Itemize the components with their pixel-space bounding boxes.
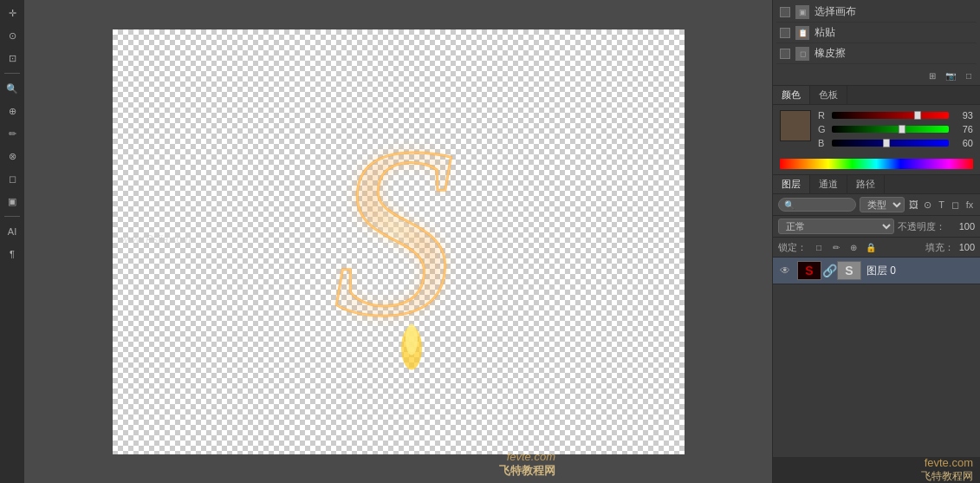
tab-color[interactable]: 颜色 [773, 86, 810, 104]
layers-toolbar: 🔍 类型 🖼 ⊙ T ◻ fx [773, 194, 980, 216]
divider-2 [4, 216, 20, 217]
slider-row-g: G 76 [818, 124, 973, 134]
lock-icon-move[interactable]: ⊕ [847, 240, 860, 254]
layer-icon-fx[interactable]: fx [964, 197, 975, 212]
site-watermark-2: 飞特教程网 [921, 469, 973, 483]
bottom-bar: fevte.com 飞特教程网 [773, 457, 980, 483]
s-artwork: S S S [260, 70, 537, 400]
layer-icon-shape[interactable]: ◻ [951, 197, 961, 212]
b-slider[interactable] [832, 140, 949, 147]
actions-list: ▣ 选择画布 📋 粘贴 ◻ 橡皮擦 [773, 0, 980, 66]
color-sliders: R 93 G 76 B [818, 110, 973, 152]
action-label-3: 橡皮擦 [815, 46, 846, 61]
g-slider[interactable] [832, 126, 949, 133]
lock-icon-paint[interactable]: ✏ [829, 240, 843, 254]
layers-tabs: 图层 通道 路径 [773, 175, 980, 194]
action-icon-3: ◻ [795, 47, 809, 61]
fill-label: 填充： [925, 241, 954, 254]
site-watermark-1: fevte.com [921, 456, 973, 469]
action-checkbox-2[interactable] [780, 28, 790, 38]
tab-swatches[interactable]: 色板 [810, 86, 847, 104]
tool-move[interactable]: ✛ [3, 3, 22, 23]
tool-eyedropper[interactable]: 🔍 [3, 79, 22, 98]
color-panel-tabs: 颜色 色板 [773, 86, 980, 105]
lock-icon-all[interactable]: 🔒 [864, 240, 878, 254]
action-label-1: 选择画布 [815, 4, 856, 19]
tool-brush[interactable]: ✏ [3, 124, 22, 143]
rt-icon-square[interactable]: □ [961, 68, 977, 83]
canvas-content: S S S [113, 29, 685, 454]
layer-icon-img[interactable]: 🖼 [908, 197, 918, 212]
tab-layers[interactable]: 图层 [773, 175, 810, 193]
opacity-value: 100 [949, 221, 975, 232]
lock-icons: □ ✏ ⊕ 🔒 [812, 240, 878, 254]
color-panel: 颜色 色板 R 93 G 76 [773, 86, 980, 175]
layer-icon-circle[interactable]: ⊙ [922, 197, 932, 212]
bottom-watermark-name: 飞特教程网 [499, 463, 555, 479]
r-slider[interactable] [832, 112, 949, 119]
color-swatch[interactable] [780, 110, 811, 141]
b-label: B [818, 138, 828, 148]
canvas-area[interactable]: S S S www.Psjia.com fevte.com 飞特教程网 [24, 0, 772, 483]
tool-clone[interactable]: ⊗ [3, 147, 22, 166]
lock-icon-transparent[interactable]: □ [812, 240, 826, 254]
g-label: G [818, 124, 828, 134]
svg-point-4 [406, 323, 418, 355]
r-value: 93 [952, 110, 973, 121]
layer-thumb-group: S 🔗 S [797, 261, 861, 280]
layer-item-0[interactable]: 👁 S 🔗 S 图层 0 [773, 258, 980, 284]
color-spectrum[interactable] [780, 159, 973, 169]
right-panel: ▣ 选择画布 📋 粘贴 ◻ 橡皮擦 ⊞ 📷 □ 颜色 色板 [772, 0, 980, 483]
layer-visibility-eye[interactable]: 👁 [778, 264, 792, 277]
layer-search-box[interactable]: 🔍 [778, 198, 856, 212]
b-value: 60 [952, 138, 973, 148]
tool-heal[interactable]: ⊕ [3, 101, 22, 121]
search-icon: 🔍 [784, 200, 795, 210]
divider-1 [4, 73, 20, 74]
rt-icon-grid[interactable]: ⊞ [925, 68, 940, 83]
action-icon-2: 📋 [795, 26, 809, 40]
rt-icon-camera[interactable]: 📷 [943, 68, 958, 83]
layer-thumb-red: S [797, 261, 821, 280]
tab-paths[interactable]: 路径 [847, 175, 885, 193]
action-paste[interactable]: 📋 粘贴 [776, 23, 977, 43]
tool-para[interactable]: ¶ [3, 245, 22, 264]
blend-mode-select[interactable]: 正常 [778, 219, 894, 234]
tool-eraser[interactable]: ◻ [3, 169, 22, 188]
slider-row-b: B 60 [818, 138, 973, 148]
action-checkbox-3[interactable] [780, 49, 790, 59]
right-toolbar-row: ⊞ 📷 □ [773, 66, 980, 86]
slider-row-r: R 93 [818, 110, 973, 121]
action-eraser[interactable]: ◻ 橡皮擦 [776, 43, 977, 64]
g-value: 76 [952, 124, 973, 134]
color-swatch-area: R 93 G 76 B [773, 105, 980, 157]
layer-thumb-chain: 🔗 [823, 261, 835, 280]
fill-value: 100 [959, 242, 975, 252]
layer-search-input[interactable] [798, 199, 850, 210]
action-select-canvas[interactable]: ▣ 选择画布 [776, 2, 977, 23]
tool-lasso[interactable]: ⊙ [3, 26, 22, 45]
bottom-watermark-site: fevte.com [499, 450, 555, 463]
tool-slice[interactable]: ⊡ [3, 49, 22, 68]
opacity-label: 不透明度： [898, 220, 945, 233]
r-label: R [818, 110, 828, 121]
left-toolbar: ✛ ⊙ ⊡ 🔍 ⊕ ✏ ⊗ ◻ ▣ AI ¶ [0, 0, 24, 483]
layers-panel: 图层 通道 路径 🔍 类型 🖼 ⊙ T ◻ fx 正常 不透明度： 100 [773, 175, 980, 457]
layer-icon-t[interactable]: T [936, 197, 946, 212]
main-area: S S S www.Psjia.com fevte.com 飞特教程网 [24, 0, 772, 483]
canvas-watermark: www.Psjia.com [121, 233, 191, 245]
tool-ai[interactable]: AI [3, 222, 22, 241]
tab-channels[interactable]: 通道 [810, 175, 847, 193]
layer-name-0: 图层 0 [866, 264, 975, 278]
layer-thumb-gray: S [837, 261, 861, 280]
layer-type-select[interactable]: 类型 [860, 197, 905, 212]
action-icon-1: ▣ [795, 5, 809, 19]
lock-row: 锁定： □ ✏ ⊕ 🔒 填充： 100 [773, 238, 980, 258]
lock-label: 锁定： [778, 241, 807, 254]
tool-gradient[interactable]: ▣ [3, 192, 22, 211]
blend-row: 正常 不透明度： 100 [773, 216, 980, 238]
action-checkbox-1[interactable] [780, 7, 790, 17]
svg-text:S: S [334, 96, 455, 366]
canvas-wrapper: S S S www.Psjia.com [113, 29, 685, 454]
action-label-2: 粘贴 [815, 25, 835, 40]
